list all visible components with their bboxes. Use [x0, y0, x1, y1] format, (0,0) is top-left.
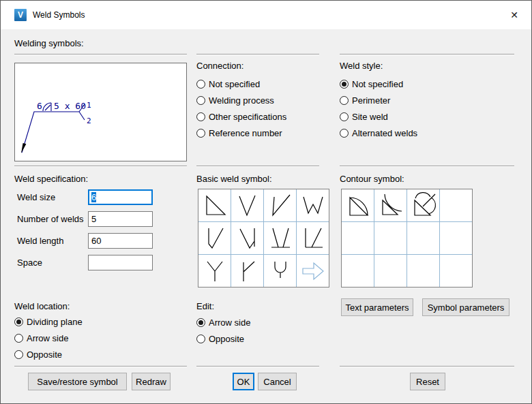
radio-location-dividing-plane[interactable]: Dividing plane [14, 316, 83, 327]
contour-symbol-grid [341, 189, 473, 288]
contour-grid-empty-cell[interactable] [407, 222, 439, 254]
welding-symbols-label: Welding symbols: [14, 38, 84, 48]
radio-icon [196, 96, 205, 105]
space-input[interactable] [88, 255, 153, 270]
reset-button[interactable]: Reset [410, 373, 445, 390]
basic-symbol-bevel-groove-icon[interactable] [264, 189, 296, 221]
separator [14, 166, 187, 167]
radio-label: Opposite [209, 334, 244, 344]
connection-label: Connection: [196, 61, 243, 71]
basic-symbol-v-with-backing-icon[interactable] [264, 222, 296, 254]
contour-grid-empty-cell[interactable] [440, 222, 472, 254]
basic-symbol-steep-v-icon[interactable] [198, 222, 231, 254]
basic-symbol-u-groove-icon[interactable] [264, 255, 296, 287]
cancel-button[interactable]: Cancel [258, 373, 297, 390]
radio-label: Alternated welds [352, 128, 417, 138]
contour-symbol-concave-icon[interactable] [374, 189, 407, 221]
preview-weld-size-text: 6 [37, 101, 42, 111]
basic-weld-symbol-label: Basic weld symbol: [196, 174, 272, 184]
close-icon[interactable]: ✕ [503, 6, 526, 24]
radio-label: Site weld [352, 112, 388, 122]
weld-symbols-dialog: V Weld Symbols ✕ Welding symbols: 6 5 x … [0, 0, 532, 404]
radio-icon [14, 334, 23, 343]
contour-grid-empty-cell[interactable] [342, 222, 374, 254]
basic-symbol-y-groove-icon[interactable] [198, 255, 231, 287]
radio-edit-opposite[interactable]: Opposite [196, 333, 244, 344]
separator [340, 166, 514, 167]
radio-style-site-weld[interactable]: Site weld [340, 111, 388, 122]
contour-symbol-flush-finished-icon[interactable] [407, 189, 439, 221]
weld-length-input[interactable]: 60 [88, 233, 153, 249]
radio-edit-arrow-side[interactable]: Arrow side [196, 317, 250, 328]
separator [340, 366, 514, 367]
radio-icon [196, 80, 205, 89]
basic-symbol-steep-bevel-icon[interactable] [231, 222, 263, 254]
basic-symbol-double-v-icon[interactable] [297, 189, 329, 221]
radio-icon [14, 350, 23, 359]
radio-label: Arrow side [27, 333, 68, 343]
space-label: Space [17, 255, 42, 270]
basic-weld-symbol-grid [198, 189, 329, 288]
radio-label: Opposite [27, 349, 62, 360]
radio-icon [196, 335, 205, 343]
radio-icon [196, 112, 205, 121]
radio-connection-other-specifications[interactable]: Other specifications [196, 111, 286, 122]
radio-style-not-specified[interactable]: Not specified [340, 78, 403, 89]
separator [14, 366, 187, 367]
text-parameters-button[interactable]: Text parameters [341, 298, 413, 316]
number-of-welds-input[interactable]: 5 [88, 211, 153, 227]
selected-text: 6 [91, 192, 96, 202]
contour-grid-empty-cell[interactable] [440, 255, 472, 287]
contour-symbol-label: Contour symbol: [340, 174, 404, 184]
separator [14, 54, 187, 55]
radio-connection-welding-process[interactable]: Welding process [196, 95, 274, 106]
weld-size-input[interactable]: 6 [88, 189, 153, 205]
radio-icon [340, 112, 349, 121]
radio-connection-not-specified[interactable]: Not specified [196, 78, 260, 89]
contour-grid-empty-cell[interactable] [374, 222, 407, 254]
number-of-welds-label: Number of welds [17, 211, 84, 227]
radio-location-opposite[interactable]: Opposite [14, 349, 62, 360]
contour-symbol-convex-icon[interactable] [342, 189, 374, 221]
radio-icon [196, 129, 205, 138]
radio-icon [340, 80, 349, 89]
separator [196, 366, 319, 367]
radio-icon [340, 96, 349, 105]
radio-location-arrow-side[interactable]: Arrow side [14, 332, 68, 343]
weld-length-label: Weld length [17, 233, 63, 249]
radio-icon [196, 318, 205, 327]
radio-label: Reference number [209, 128, 282, 138]
preview-ref-1-text: 1 [87, 101, 91, 110]
next-page-arrow-icon[interactable] [297, 255, 329, 287]
app-icon: V [14, 9, 27, 21]
contour-grid-empty-cell[interactable] [342, 255, 374, 287]
radio-label: Not specified [352, 79, 403, 89]
radio-style-perimeter[interactable]: Perimeter [340, 95, 390, 106]
title-bar: V Weld Symbols ✕ [1, 1, 531, 29]
leader-arrowhead [21, 143, 26, 153]
radio-connection-reference-number[interactable]: Reference number [196, 127, 282, 138]
basic-symbol-fillet-icon[interactable] [198, 189, 231, 221]
radio-label: Perimeter [352, 95, 390, 106]
contour-grid-empty-cell[interactable] [407, 255, 439, 287]
radio-label: Other specifications [209, 112, 286, 122]
basic-symbol-half-y-groove-icon[interactable] [231, 255, 263, 287]
basic-symbol-v-groove-icon[interactable] [231, 189, 263, 221]
symbol-parameters-button[interactable]: Symbol parameters [422, 298, 509, 316]
save-restore-symbol-button[interactable]: Save/restore symbol [28, 373, 127, 390]
preview-ref-2-text: 2 [87, 116, 91, 125]
separator [196, 166, 319, 167]
radio-label: Dividing plane [27, 317, 83, 327]
redraw-button[interactable]: Redraw [132, 373, 171, 390]
radio-style-alternated-welds[interactable]: Alternated welds [340, 127, 417, 138]
basic-symbol-bevel-with-backing-icon[interactable] [297, 222, 329, 254]
contour-grid-empty-cell[interactable] [440, 189, 472, 221]
weld-symbol-preview-canvas: 6 5 x 60 1 2 [14, 63, 187, 161]
radio-label: Arrow side [209, 317, 250, 328]
ok-button[interactable]: OK [233, 373, 254, 390]
contour-grid-empty-cell[interactable] [374, 255, 407, 287]
separator [196, 54, 319, 55]
weld-size-label: Weld size [17, 189, 55, 205]
radio-label: Not specified [209, 79, 260, 89]
window-title: Weld Symbols [33, 10, 85, 20]
